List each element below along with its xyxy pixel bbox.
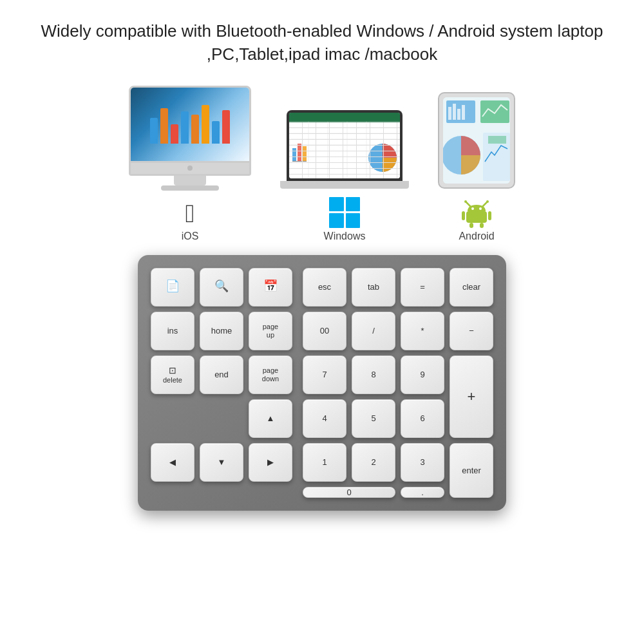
header-title: Widely compatible with Bluetooth-enabled… [0, 0, 644, 79]
pageup-label: pageup [263, 323, 278, 339]
ios-device:  iOS [126, 86, 254, 242]
minus-label: − [469, 326, 474, 336]
four-key[interactable]: 4 [303, 399, 346, 438]
tab-key[interactable]: tab [352, 268, 395, 307]
esc-key[interactable]: esc [303, 268, 346, 307]
seven-key[interactable]: 7 [303, 355, 346, 394]
home-label: home [211, 326, 232, 336]
android-icon-area: Android [459, 197, 494, 242]
divide-key[interactable]: / [352, 312, 395, 350]
svg-rect-33 [488, 211, 491, 220]
svg-point-10 [368, 144, 397, 172]
one-key[interactable]: 1 [303, 443, 346, 482]
svg-line-25 [466, 202, 470, 206]
imac-chin [129, 163, 251, 176]
keyboard-body: 📄 🔍 📅 ins home pageup ⊡ delete [138, 255, 506, 511]
svg-point-26 [464, 200, 467, 203]
bar-5 [191, 115, 199, 144]
bar-2 [160, 108, 168, 144]
nine-key[interactable]: 9 [401, 355, 444, 394]
laptop-screen-content [289, 113, 400, 178]
bar-4 [181, 111, 189, 144]
four-label: 4 [322, 413, 327, 424]
delete-label: delete [163, 376, 182, 384]
spreadsheet-svg [289, 113, 400, 178]
minus-key[interactable]: − [450, 312, 493, 350]
search-icon: 🔍 [214, 279, 229, 294]
one-label: 1 [322, 457, 327, 468]
imac-screen [129, 86, 251, 163]
home-key[interactable]: home [200, 312, 243, 350]
zero-key[interactable]: 0 [303, 487, 395, 498]
double-zero-label: 00 [320, 326, 329, 336]
keyboard-section: 📄 🔍 📅 ins home pageup ⊡ delete [0, 249, 644, 518]
down-arrow-key[interactable]: ▼ [200, 443, 243, 482]
nine-label: 9 [420, 370, 424, 380]
svg-rect-24 [488, 136, 506, 144]
two-key[interactable]: 2 [352, 443, 395, 482]
three-key[interactable]: 3 [401, 443, 444, 482]
android-icon [461, 197, 492, 228]
ins-label: ins [167, 326, 178, 336]
five-label: 5 [371, 413, 375, 424]
delete-icon-symbol: ⊡ [169, 365, 176, 376]
eight-key[interactable]: 8 [352, 355, 395, 394]
svg-rect-14 [292, 161, 307, 162]
esc-label: esc [318, 282, 331, 292]
svg-rect-18 [448, 107, 451, 120]
pagedown-label: pagedown [262, 366, 279, 383]
left-arrow-key[interactable]: ◀ [151, 443, 194, 482]
right-arrow-key[interactable]: ▶ [249, 443, 292, 482]
calendar-key[interactable]: 📅 [249, 268, 292, 307]
imac-screen-content [131, 88, 249, 161]
windows-icon-area: Windows [324, 197, 366, 242]
win-quad-bl [329, 213, 344, 228]
svg-rect-34 [469, 223, 473, 228]
ios-icon-area:  iOS [182, 199, 199, 242]
svg-rect-12 [298, 144, 301, 161]
pagedown-key[interactable]: pagedown [249, 355, 292, 394]
equals-key[interactable]: = [401, 268, 444, 307]
delete-key[interactable]: ⊡ delete [151, 355, 194, 394]
tablet-image [435, 92, 518, 189]
ins-key[interactable]: ins [151, 312, 194, 350]
divide-label: / [372, 326, 375, 336]
three-label: 3 [420, 457, 424, 468]
six-label: 6 [420, 413, 424, 424]
multiply-key[interactable]: * [401, 312, 444, 350]
tablet-svg [443, 97, 510, 184]
devices-section:  iOS [0, 79, 644, 249]
eight-label: 8 [371, 370, 375, 380]
svg-rect-13 [303, 146, 307, 161]
up-arrow-key[interactable]: ▲ [249, 399, 292, 438]
six-key[interactable]: 6 [401, 399, 444, 438]
svg-rect-21 [462, 105, 465, 120]
imac-base [161, 185, 219, 191]
windows-label: Windows [324, 231, 366, 242]
plus-key[interactable]: + [450, 355, 493, 438]
search-key[interactable]: 🔍 [200, 268, 243, 307]
five-key[interactable]: 5 [352, 399, 395, 438]
double-zero-key[interactable]: 00 [303, 312, 346, 350]
dot-key[interactable]: . [401, 487, 444, 498]
end-key[interactable]: end [200, 355, 243, 394]
enter-label: enter [462, 466, 481, 476]
tablet-body [438, 92, 515, 189]
apple-icon:  [185, 199, 195, 228]
clear-key[interactable]: clear [450, 268, 493, 307]
enter-key[interactable]: enter [450, 443, 493, 498]
end-label: end [214, 370, 229, 380]
two-label: 2 [371, 457, 375, 468]
multiply-label: * [421, 326, 424, 336]
bar-8 [222, 110, 230, 144]
laptop-base [280, 181, 409, 189]
win-quad-br [346, 213, 361, 228]
laptop-image [280, 110, 409, 189]
pageup-key[interactable]: pageup [249, 312, 292, 350]
android-device: Android [435, 92, 518, 242]
clear-label: clear [462, 282, 480, 292]
svg-point-30 [479, 207, 482, 210]
bar-7 [212, 121, 220, 144]
file-key[interactable]: 📄 [151, 268, 194, 307]
svg-rect-32 [462, 211, 465, 220]
